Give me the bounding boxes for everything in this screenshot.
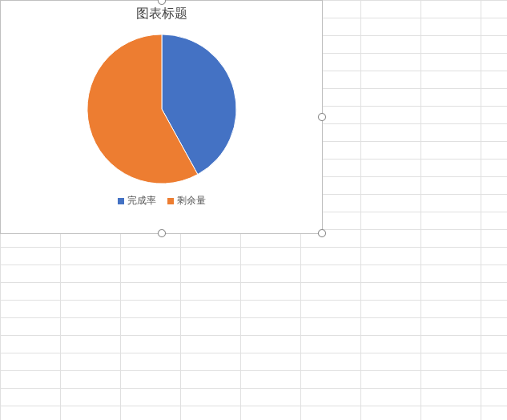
chart-object[interactable]: 图表标题 完成率 剩余量 (0, 0, 323, 234)
legend-swatch-2 (167, 198, 174, 204)
resize-handle-bottom[interactable] (158, 229, 166, 237)
legend-item: 完成率 (118, 194, 156, 208)
legend-swatch-1 (118, 198, 124, 204)
legend-label: 完成率 (127, 194, 156, 208)
legend-item: 剩余量 (167, 194, 206, 208)
chart-legend: 完成率 剩余量 (1, 194, 322, 208)
resize-handle-right[interactable] (318, 113, 326, 121)
resize-handle-bottom-right[interactable] (318, 229, 326, 237)
legend-label: 剩余量 (177, 194, 206, 208)
pie-chart (1, 30, 322, 188)
